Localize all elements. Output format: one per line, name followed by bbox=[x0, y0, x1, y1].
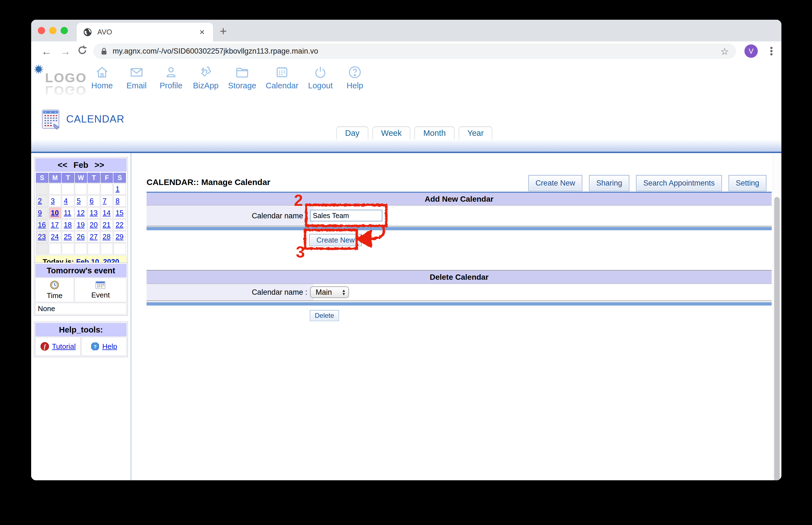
browser-menu-button[interactable] bbox=[766, 45, 777, 59]
next-month-button[interactable]: >> bbox=[95, 160, 104, 169]
zoom-window-button[interactable] bbox=[61, 27, 68, 34]
tomorrow-time-cell: Time bbox=[35, 278, 74, 302]
calendar-day[interactable]: 1 bbox=[114, 183, 126, 195]
minimize-window-button[interactable] bbox=[49, 27, 56, 34]
day-header: S bbox=[114, 173, 126, 183]
calendar-day[interactable]: 22 bbox=[114, 219, 126, 230]
tomorrow-event-value: None bbox=[35, 303, 127, 314]
nav-item-home[interactable]: Home bbox=[89, 65, 115, 90]
help-link[interactable]: Help bbox=[102, 342, 117, 351]
nav-item-email[interactable]: Email bbox=[124, 65, 149, 90]
bookmark-star-icon[interactable]: ☆ bbox=[721, 46, 729, 57]
calendar-day[interactable]: 6 bbox=[88, 195, 100, 207]
starburst-icon bbox=[33, 64, 44, 74]
calendar-day[interactable]: 15 bbox=[114, 207, 126, 219]
nav-item-logout[interactable]: Logout bbox=[308, 65, 333, 90]
calendar-day bbox=[36, 183, 48, 195]
create-new-toolbar-button[interactable]: Create New bbox=[528, 175, 583, 191]
calendar-day[interactable]: 18 bbox=[62, 219, 74, 230]
calendar-day[interactable]: 19 bbox=[75, 219, 87, 230]
calendar-day[interactable]: 20 bbox=[88, 219, 100, 230]
calendar-day[interactable]: 12 bbox=[75, 207, 87, 219]
browser-window: AVO × + ← → my.agnx.com/-/vo/SID60030225… bbox=[31, 20, 781, 480]
day-header: M bbox=[49, 173, 61, 183]
calendar-day bbox=[75, 183, 87, 195]
nav-item-help[interactable]: Help bbox=[342, 65, 367, 90]
calendar-day[interactable]: 11 bbox=[62, 207, 74, 219]
calendar-day bbox=[88, 183, 100, 195]
profile-icon bbox=[164, 65, 178, 79]
search-appointments-button[interactable]: Search Appointments bbox=[636, 175, 722, 191]
nav-item-profile[interactable]: Profile bbox=[159, 65, 184, 90]
calendar-select-value: Main bbox=[316, 288, 342, 297]
calendar-day bbox=[101, 243, 113, 254]
close-window-button[interactable] bbox=[38, 27, 45, 34]
prev-month-button[interactable]: << bbox=[58, 160, 67, 169]
calendar-day[interactable]: 5 bbox=[75, 195, 87, 207]
calendar-day bbox=[62, 183, 74, 195]
time-label: Time bbox=[47, 291, 62, 300]
calendar-day bbox=[88, 243, 100, 254]
help-link-cell[interactable]: ? Help bbox=[81, 337, 127, 356]
web-page: LOGO LOGO Home Email Prof bbox=[31, 61, 781, 480]
address-bar[interactable]: my.agnx.com/-/vo/SID600302257jkbovllgzn1… bbox=[93, 44, 736, 59]
calendar-day-today[interactable]: 10 bbox=[49, 207, 61, 219]
calendar-day[interactable]: 2 bbox=[36, 195, 48, 207]
help-tools-box: Help_tools: f Tutorial ? bbox=[34, 322, 128, 357]
calendar-day[interactable]: 16 bbox=[36, 219, 48, 230]
tab-month[interactable]: Month bbox=[415, 127, 454, 139]
view-tabs: Day Week Month Year bbox=[336, 127, 492, 139]
calendar-day[interactable]: 28 bbox=[101, 231, 113, 242]
calendar-day[interactable]: 26 bbox=[75, 231, 87, 242]
tutorial-link-cell[interactable]: f Tutorial bbox=[35, 337, 81, 356]
calendar-day[interactable]: 7 bbox=[101, 195, 113, 207]
delete-submit-button[interactable]: Delete bbox=[310, 310, 339, 321]
select-spinner-icon: ▲▼ bbox=[342, 289, 346, 296]
new-tab-button[interactable]: + bbox=[220, 24, 227, 38]
browser-toolbar: ← → my.agnx.com/-/vo/SID600302257jkbovll… bbox=[31, 41, 781, 61]
reload-button[interactable] bbox=[77, 45, 88, 58]
calendar-name-input[interactable] bbox=[310, 210, 382, 221]
day-header: T bbox=[88, 173, 100, 183]
calendar-day[interactable]: 27 bbox=[88, 231, 100, 242]
calendar-day[interactable]: 17 bbox=[49, 219, 61, 230]
nav-item-bizapp[interactable]: BizApp bbox=[193, 65, 219, 90]
tutorial-link[interactable]: Tutorial bbox=[52, 342, 76, 351]
calendar-day[interactable]: 4 bbox=[62, 195, 74, 207]
calendar-day[interactable]: 29 bbox=[114, 231, 126, 242]
calendar-day[interactable]: 25 bbox=[62, 231, 74, 242]
help-tools-title: Help_tools: bbox=[35, 323, 127, 336]
breadcrumb: CALENDAR:: Manage Calendar bbox=[147, 178, 270, 187]
tab-day[interactable]: Day bbox=[336, 127, 368, 139]
scrollbar-thumb[interactable] bbox=[774, 197, 780, 480]
create-new-submit-button[interactable]: Create New bbox=[309, 234, 362, 246]
calendar-day[interactable]: 14 bbox=[101, 207, 113, 219]
page-title: CALENDAR bbox=[66, 113, 125, 125]
calendar-toolbar: Create New Sharing Search Appointments S… bbox=[528, 175, 766, 191]
setting-button[interactable]: Setting bbox=[728, 175, 766, 191]
sharing-button[interactable]: Sharing bbox=[589, 175, 629, 191]
back-button[interactable]: ← bbox=[41, 45, 52, 58]
calendar-day[interactable]: 13 bbox=[88, 207, 100, 219]
calendar-day[interactable]: 23 bbox=[36, 231, 48, 242]
event-label: Event bbox=[91, 291, 110, 299]
reload-icon bbox=[77, 45, 88, 56]
calendar-select[interactable]: Main ▲▼ bbox=[310, 286, 349, 298]
nav-item-storage[interactable]: Storage bbox=[228, 65, 256, 90]
profile-avatar[interactable]: V bbox=[744, 44, 758, 58]
calendar-day[interactable]: 8 bbox=[114, 195, 126, 207]
calendar-day[interactable]: 24 bbox=[49, 231, 61, 242]
tab-year[interactable]: Year bbox=[459, 127, 492, 139]
calendar-icon bbox=[275, 65, 289, 79]
close-tab-icon[interactable]: × bbox=[197, 27, 207, 37]
calendar-day[interactable]: 3 bbox=[49, 195, 61, 207]
help-tool-icon: ? bbox=[91, 342, 100, 351]
forward-button[interactable]: → bbox=[60, 45, 71, 58]
nav-item-calendar[interactable]: Calendar bbox=[265, 65, 299, 90]
calendar-day bbox=[75, 243, 87, 254]
calendar-day[interactable]: 21 bbox=[101, 219, 113, 230]
event-icon bbox=[96, 281, 105, 289]
tab-week[interactable]: Week bbox=[373, 127, 410, 139]
calendar-day[interactable]: 9 bbox=[36, 207, 48, 219]
browser-tab[interactable]: AVO × bbox=[77, 23, 213, 41]
